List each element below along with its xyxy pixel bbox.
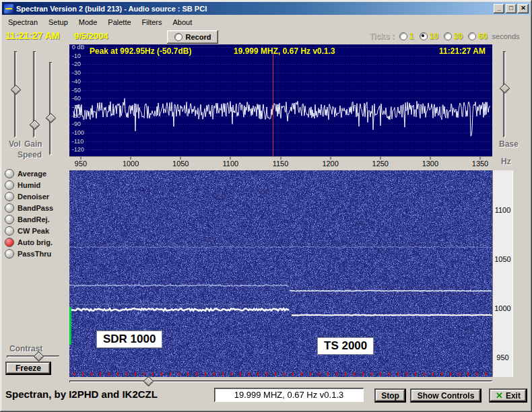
toggle-list: AverageHumidDenoiserBandPassBandRej.CW P… [1,168,69,260]
toggle-label: BandPass [18,204,53,212]
waterfall-canvas[interactable] [69,170,492,377]
waterfall-display[interactable]: SDR 1000TS 2000 [69,170,492,377]
led-icon [5,169,14,178]
tick-value: 30 [454,32,463,41]
speed-slider[interactable] [44,62,57,155]
show-controls-label: Show Controls [418,391,475,401]
seconds-label: seconds [492,32,520,40]
toggle-auto-brig[interactable]: Auto brig. [1,237,69,247]
tick-value: 10 [430,32,438,41]
tick-value: 1 [409,32,414,41]
ticks-group: Ticks : 1103060 seconds [369,32,520,41]
waterfall-frequency-scale: 110010501000950 [492,170,513,377]
freq-tick-label: 1100 [223,160,239,168]
ticks-radio-10[interactable]: 10 [420,32,438,41]
led-icon [5,215,14,224]
vol-slider-thumb[interactable] [11,85,22,96]
spectrum-display[interactable]: 0 dB-10-20-30-40-50-60-70-80-90-100-110-… [69,44,492,156]
led-on-icon [5,238,14,247]
toggle-denoiser[interactable]: Denoiser [1,191,69,201]
radio-icon [468,32,476,40]
toggle-humid[interactable]: Humid [1,180,69,190]
ticks-radio-1[interactable]: 1 [399,32,414,41]
hz-label: Hz [501,157,511,166]
stop-button[interactable]: Stop [374,388,406,403]
show-controls-button[interactable]: Show Controls [410,388,481,403]
wf-freq-label: 1000 [492,304,513,312]
speed-label: Speed [18,150,42,160]
contrast-slider[interactable] [7,351,59,361]
date-display: 9/5/2004 [74,31,108,41]
maximize-button[interactable]: □ [506,4,517,13]
credit-text: Spectran, by I2PHD and IK2CZL [5,388,158,400]
app-icon [4,4,13,13]
ticks-radio-60[interactable]: 60 [468,32,487,41]
toggle-label: BandRej. [18,215,50,224]
freeze-label: Freeze [15,364,41,373]
led-icon [5,180,14,190]
menu-item-about[interactable]: About [168,16,198,28]
menubar: SpectranSetupModePaletteFiltersAbout [3,15,529,28]
toggle-label: Humid [18,181,40,189]
titlebar-buttons: _ □ ✕ [494,4,529,13]
toggle-bandpass[interactable]: BandPass [1,203,69,213]
radio-icon [399,32,407,40]
spectrum-freq-readout: 19.999 MHZ, 0.67 Hz v0.1.3 [234,46,335,56]
toggle-cw-peak[interactable]: CW Peak [1,226,69,236]
toggle-average[interactable]: Average [1,168,69,178]
exit-label: Exit [506,391,521,401]
contrast-slider-thumb[interactable] [34,351,44,362]
base-slider[interactable] [498,51,510,137]
record-label: Record [186,33,211,41]
slider-track [503,51,506,137]
freq-tick-label: 1000 [123,160,139,168]
led-icon [5,203,14,213]
wf-freq-label: 950 [492,353,513,362]
ticks-label: Ticks : [369,32,395,41]
frequency-readout-field[interactable] [214,388,364,402]
frequency-axis: 95010001050110011501200125013001350 [69,156,492,170]
gain-slider-thumb[interactable] [30,120,40,131]
spectrum-time-readout: 11:21:27 AM [439,46,486,56]
close-button[interactable]: ✕ [518,4,529,13]
radio-icon [444,32,452,40]
record-icon [174,33,182,41]
menu-item-spectran[interactable]: Spectran [3,16,43,28]
gain-slider[interactable] [28,51,40,137]
menu-item-palette[interactable]: Palette [102,16,136,28]
freq-tick-label: 1150 [273,160,289,168]
spectrum-canvas[interactable] [69,44,492,156]
base-slider-thumb[interactable] [500,83,510,94]
speed-slider-thumb[interactable] [46,113,57,124]
led-icon [5,226,14,236]
freq-tick-label: 1200 [322,160,338,168]
menu-item-filters[interactable]: Filters [137,16,168,28]
freq-tick-label: 1050 [172,160,189,168]
position-slider-thumb[interactable] [143,376,154,387]
menu-item-setup[interactable]: Setup [43,16,73,28]
freeze-button[interactable]: Freeze [5,362,51,375]
wf-freq-label: 1050 [492,255,513,263]
titlebar: Spectran Version 2 (build 213) - Audio s… [2,2,530,15]
vol-slider[interactable] [9,51,22,137]
wf-freq-label: 1100 [492,206,513,214]
exit-button[interactable]: ✕ Exit [489,388,527,403]
radio-icon [420,32,428,40]
toggle-bandrej[interactable]: BandRej. [1,214,69,224]
menu-item-mode[interactable]: Mode [73,16,103,28]
gain-label: Gain [24,139,42,149]
freq-tick-label: 1250 [372,160,389,168]
toggle-label: Denoiser [18,193,49,201]
freq-tick-label: 1300 [422,160,438,168]
position-slider[interactable] [69,376,492,386]
toggle-label: Average [18,170,46,178]
ticks-options: 1103060 [399,32,488,41]
toggle-label: PassThru [18,250,51,258]
slider-track [69,380,492,382]
freq-tick-label: 1350 [472,160,488,168]
clock-display: 11:21:27 AM [5,30,59,41]
minimize-button[interactable]: _ [494,4,504,13]
record-button[interactable]: Record [167,30,218,44]
toggle-passthru[interactable]: PassThru [1,248,69,259]
ticks-radio-30[interactable]: 30 [444,32,463,41]
